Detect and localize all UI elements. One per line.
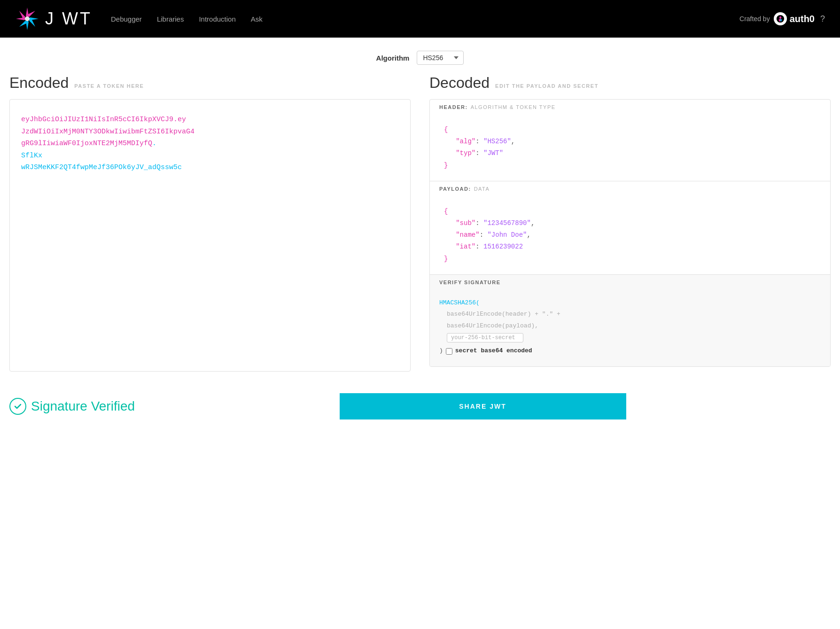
header-close-brace: } [444, 162, 448, 169]
decoded-section: Decoded EDIT THE PAYLOAD AND SECRET HEAD… [425, 74, 831, 372]
logo-text: J WT [45, 9, 92, 29]
navbar: J WT Debugger Libraries Introduction Ask… [0, 0, 840, 38]
algorithm-label: Algorithm [376, 54, 410, 62]
svg-marker-4 [19, 11, 25, 19]
payload-sub-key: "sub" [456, 219, 475, 227]
crafted-by-label: Crafted by [739, 15, 770, 23]
share-btn-container: SHARE JWT [135, 393, 831, 419]
header-open-brace: { [444, 126, 448, 133]
nav-link-ask[interactable]: Ask [251, 15, 263, 23]
header-typ-key: "typ" [456, 149, 475, 157]
payload-sub-val: "1234567890" [483, 219, 531, 227]
bottom-bar: Signature Verified SHARE JWT [0, 385, 840, 428]
verify-checkbox-row: ) secret base64 encoded [439, 345, 821, 357]
check-icon [9, 398, 26, 415]
payload-close-brace: } [444, 255, 448, 263]
verify-secret-input[interactable] [447, 333, 523, 342]
header-part: HEADER: ALGORITHM & TOKEN TYPE { "alg": … [430, 100, 830, 181]
header-label: HEADER: [439, 104, 468, 110]
encoded-box[interactable]: eyJhbGciOiJIUzI1NiIsInR5cCI6IkpXVCJ9.eyJ… [9, 99, 411, 372]
logo-area: J WT [15, 7, 92, 31]
auth0-icon [774, 12, 787, 25]
navbar-right: Crafted by auth0 ? [739, 12, 825, 25]
signature-verified: Signature Verified [9, 398, 135, 415]
token-pink-part: eyJhbGciOiJIUzI1NiIsInR5cCI6IkpXVCJ9. [21, 116, 178, 124]
algorithm-select[interactable]: HS256 HS384 HS512 RS256 RS384 RS512 [417, 51, 464, 65]
svg-marker-6 [27, 11, 35, 17]
verify-body: HMACSHA256( base64UrlEncode(header) + ".… [430, 290, 830, 366]
encoded-title: Encoded [9, 74, 69, 92]
auth0-icon-svg [776, 15, 785, 23]
verify-secret-row [439, 332, 821, 344]
payload-body[interactable]: { "sub": "1234567890", "name": "John Doe… [430, 196, 830, 274]
header-sub: ALGORITHM & TOKEN TYPE [471, 104, 556, 110]
payload-part-header: PAYLOAD: DATA [430, 181, 830, 196]
payload-open-brace: { [444, 208, 448, 215]
payload-name-key: "name" [456, 231, 479, 239]
header-alg-key: "alg" [456, 138, 475, 145]
header-body[interactable]: { "alg": "HS256", "typ": "JWT" } [430, 115, 830, 181]
share-jwt-button[interactable]: SHARE JWT [340, 393, 626, 419]
verify-func-text: HMACSHA256( [439, 299, 480, 306]
header-alg-val: "HS256" [483, 138, 511, 145]
encoded-subtitle: PASTE A TOKEN HERE [74, 83, 144, 89]
auth0-logo: auth0 [774, 12, 815, 25]
payload-name-val: "John Doe" [487, 231, 527, 239]
payload-sub: DATA [474, 186, 490, 192]
payload-iat-key: "iat" [456, 243, 475, 250]
decoded-title: Decoded [429, 74, 490, 92]
verify-line1: base64UrlEncode(header) + "." + [439, 309, 821, 320]
algorithm-row: Algorithm HS256 HS384 HS512 RS256 RS384 … [0, 38, 840, 74]
payload-part: PAYLOAD: DATA { "sub": "1234567890", "na… [430, 181, 830, 275]
decoded-subtitle: EDIT THE PAYLOAD AND SECRET [495, 83, 599, 89]
verify-header: VERIFY SIGNATURE [430, 275, 830, 290]
header-colon2: : [475, 149, 483, 157]
nav-link-introduction[interactable]: Introduction [199, 15, 235, 23]
svg-marker-5 [29, 19, 35, 27]
base64-encoded-checkbox[interactable] [446, 348, 452, 355]
signature-verified-text: Signature Verified [31, 399, 135, 414]
auth0-text: auth0 [790, 14, 815, 24]
verify-line2: base64UrlEncode(payload), [439, 320, 821, 332]
nav-links: Debugger Libraries Introduction Ask [111, 15, 263, 23]
encoded-section: Encoded PASTE A TOKEN HERE eyJhbGciOiJIU… [9, 74, 425, 372]
header-typ-val: "JWT" [483, 149, 503, 157]
verify-cb-label: secret base64 encoded [455, 345, 532, 357]
decoded-header: Decoded EDIT THE PAYLOAD AND SECRET [429, 74, 831, 92]
svg-marker-7 [19, 21, 27, 27]
decoded-panel: HEADER: ALGORITHM & TOKEN TYPE { "alg": … [429, 99, 831, 367]
encoded-header: Encoded PASTE A TOKEN HERE [9, 74, 411, 92]
nav-link-debugger[interactable]: Debugger [111, 15, 142, 23]
header-part-header: HEADER: ALGORITHM & TOKEN TYPE [430, 100, 830, 115]
navbar-left: J WT Debugger Libraries Introduction Ask [15, 7, 263, 31]
header-colon1: : [475, 138, 483, 145]
payload-iat-val: 1516239022 [483, 243, 523, 250]
verify-func-line: HMACSHA256( [439, 297, 821, 309]
nav-link-libraries[interactable]: Libraries [157, 15, 184, 23]
payload-label: PAYLOAD: [439, 186, 471, 192]
svg-point-8 [25, 16, 30, 21]
jwt-logo-icon [15, 7, 39, 31]
help-icon[interactable]: ? [820, 14, 825, 24]
main-content: Encoded PASTE A TOKEN HERE eyJhbGciOiJIU… [0, 74, 840, 381]
checkmark-icon [13, 402, 23, 411]
verify-label: VERIFY SIGNATURE [439, 280, 501, 285]
verify-part: VERIFY SIGNATURE HMACSHA256( base64UrlEn… [430, 275, 830, 366]
